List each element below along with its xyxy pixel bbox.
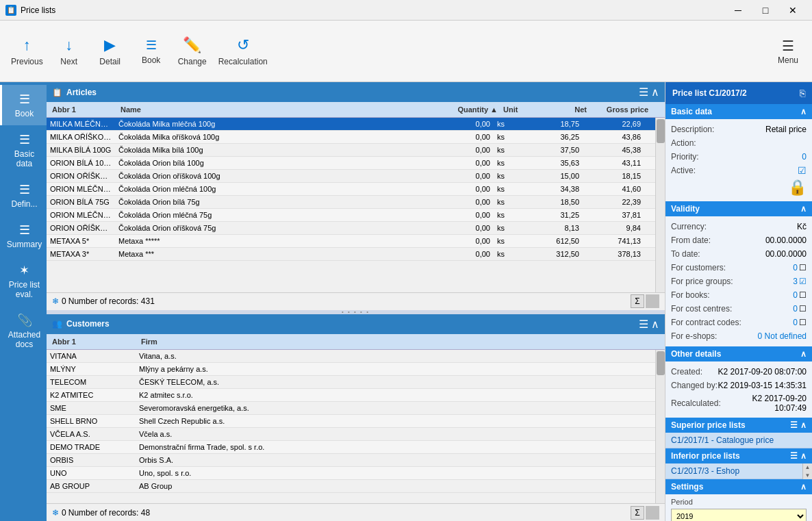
articles-table-row[interactable]: METAXA 3* Metaxa *** 0,00 ks 312,50 378,… [47, 248, 655, 261]
inferior-price-lists-section-header[interactable]: Inferior price lists ☰ ∧ [665, 448, 812, 463]
menu-button[interactable]: ☰ Menu [770, 34, 807, 69]
articles-table-row[interactable]: MILKA MLÉČNÁ 100G Čokoláda Milka mléčná … [47, 118, 655, 131]
next-button[interactable]: ↓ Next [49, 32, 90, 71]
customers-title: 👥 Customers [52, 319, 639, 329]
articles-table-body[interactable]: MILKA MLÉČNÁ 100G Čokoláda Milka mléčná … [47, 118, 655, 292]
sidebar-item-price-list-eval-label: Price list eval. [5, 280, 44, 299]
sidebar-item-attached-docs[interactable]: 📎 Attached docs [0, 306, 47, 356]
period-select[interactable]: 2019 2018 2020 [671, 509, 807, 521]
customers-table-row[interactable]: UNO Uno, spol. s r.o. [47, 467, 655, 480]
articles-cell-qty: 0,00 [439, 170, 494, 182]
sidebar-item-book[interactable]: ☰ Book [0, 85, 47, 125]
sidebar-item-summary[interactable]: ☰ Summary [0, 216, 47, 256]
change-button[interactable]: ✏️ Change [172, 32, 213, 71]
articles-cell-name: Čokoláda Milka oříšková 100g [115, 131, 439, 143]
customers-gray-box [646, 506, 659, 520]
articles-cell-abbr: ORION MLÉČNÁ 75G [47, 209, 115, 221]
articles-cell-name: Čokoláda Orion mléčná 100g [115, 183, 439, 195]
col-scroll-spacer [651, 104, 662, 115]
for-books-row: For books: 0 ☐ [671, 288, 807, 302]
customers-table-row[interactable]: SHELL BRNO Shell Czech Republic a.s. [47, 415, 655, 428]
other-details-section-header[interactable]: Other details ∧ [665, 346, 812, 361]
customers-table-row[interactable]: K2 ATMITEC K2 atmitec s.r.o. [47, 389, 655, 402]
articles-table-row[interactable]: ORION MLÉČNÁ 100G Čokoláda Orion mléčná … [47, 183, 655, 196]
settings-content: Period 2019 2018 2020 [665, 494, 812, 521]
articles-cell-abbr: ORION BÍLÁ 75G [47, 196, 115, 208]
inferior-price-list-item[interactable]: C1/2017/3 - Eshop [665, 463, 802, 479]
right-panel-open-icon[interactable]: ⎘ [800, 88, 805, 99]
validity-section-header[interactable]: Validity ∧ [665, 201, 812, 216]
customers-scroll-thumb [657, 351, 665, 375]
customers-menu-icon[interactable]: ☰ [639, 318, 648, 331]
superior-price-list-item[interactable]: C1/2017/1 - Catalogue price [665, 433, 812, 448]
inferior-menu-icon[interactable]: ☰ [790, 451, 798, 461]
maximize-button[interactable]: □ [752, 0, 779, 21]
articles-cell-qty: 0,00 [439, 196, 494, 208]
superior-menu-icon[interactable]: ☰ [790, 420, 798, 430]
customers-table-row[interactable]: AB GROUP AB Group [47, 480, 655, 493]
detail-button[interactable]: ▶ Detail [90, 32, 131, 71]
customers-sigma-button[interactable]: Σ [631, 506, 644, 520]
sidebar-item-defin[interactable]: ☰ Defin... [0, 175, 47, 216]
customers-cell-abbr: AB GROUP [47, 480, 136, 492]
customers-table-row[interactable]: ORBIS Orbis S.A. [47, 454, 655, 467]
customers-table-row[interactable]: SME Severomoravská energetika, a.s. [47, 402, 655, 415]
articles-sigma-button[interactable]: Σ [631, 294, 644, 308]
articles-table-row[interactable]: MILKA BÍLÁ 100G Čokoláda Milka bílá 100g… [47, 144, 655, 157]
price-list-eval-icon: ✶ [19, 263, 29, 278]
articles-table-row[interactable]: ORION BÍLÁ 75G Čokoláda Orion bílá 75g 0… [47, 196, 655, 209]
description-label: Description: [671, 125, 714, 134]
customers-cell-abbr: UNO [47, 467, 136, 479]
book-button[interactable]: ☰ Book [131, 34, 172, 69]
customers-table-body[interactable]: VITANA Vitana, a.s. MLÝNY Mlýny a pekárn… [47, 350, 655, 503]
articles-table-row[interactable]: ORION BÍLÁ 100G Čokoláda Orion bílá 100g… [47, 157, 655, 170]
customers-table-row[interactable]: DEMO TRADE Demonstrační firma Trade, spo… [47, 441, 655, 454]
customers-table-row[interactable]: VITANA Vitana, a.s. [47, 350, 655, 363]
settings-section-label: Settings [671, 482, 703, 492]
previous-icon: ↑ [23, 36, 31, 54]
articles-scrollbar[interactable] [655, 118, 665, 292]
for-customers-label: For customers: [671, 263, 726, 272]
close-button[interactable]: ✕ [779, 0, 807, 21]
customers-table-row[interactable]: TELECOM ČESKÝ TELECOM, a.s. [47, 376, 655, 389]
inferior-price-lists-label: Inferior price lists [671, 451, 740, 461]
previous-button[interactable]: ↑ Previous [5, 32, 49, 71]
customers-scrollbar[interactable] [655, 350, 665, 503]
settings-section-header[interactable]: Settings ∧ [665, 479, 812, 494]
recalculation-button[interactable]: ↺ Recalculation [213, 32, 273, 71]
for-eshops-label: For e-shops: [671, 331, 717, 341]
inferior-scroll-down[interactable]: ▼ [804, 472, 811, 479]
next-label: Next [60, 57, 77, 66]
basic-data-section-header[interactable]: Basic data ∧ [665, 104, 812, 119]
articles-cell-qty: 0,00 [439, 248, 494, 260]
summary-sidebar-icon: ☰ [19, 223, 30, 238]
articles-cell-unit: ks [494, 222, 528, 234]
customers-collapse-icon[interactable]: ∧ [651, 318, 659, 331]
articles-menu-icon[interactable]: ☰ [639, 86, 648, 99]
inferior-scrollbar[interactable]: ▲ ▼ [802, 463, 812, 479]
for-cost-centres-value: 0 [793, 304, 798, 314]
customers-cell-firm: Shell Czech Republic a.s. [136, 415, 644, 427]
sidebar-item-basic-data[interactable]: ☰ Basicdata [0, 125, 47, 175]
articles-table-row[interactable]: ORION OŘÍŠKOVÁ 75G Čokoláda Orion oříško… [47, 222, 655, 235]
basic-data-collapse-icon: ∧ [800, 107, 807, 116]
articles-table-row[interactable]: METAXA 5* Metaxa ***** 0,00 ks 612,50 74… [47, 235, 655, 248]
articles-collapse-icon[interactable]: ∧ [651, 86, 659, 99]
customers-table-row[interactable]: MLÝNY Mlýny a pekárny a.s. [47, 363, 655, 376]
articles-table-row[interactable]: MILKA OŘÍŠKOVÁ 100G Čokoláda Milka oříšk… [47, 131, 655, 144]
minimize-button[interactable]: ─ [724, 0, 752, 21]
to-date-label: To date: [671, 249, 700, 259]
articles-cell-abbr: METAXA 5* [47, 235, 115, 247]
book-label: Book [142, 55, 160, 65]
articles-cell-unit: ks [494, 209, 528, 221]
inferior-scroll-up[interactable]: ▲ [804, 463, 811, 471]
customers-table-row[interactable]: VČELA A.S. Včela a.s. [47, 428, 655, 441]
superior-price-lists-section-header[interactable]: Superior price lists ☰ ∧ [665, 418, 812, 433]
articles-table-controls: ☰ ∧ [639, 86, 659, 99]
action-row: Action: [671, 136, 807, 150]
articles-table-row[interactable]: ORION OŘÍŠKOVÁ 100G Čokoláda Orion oříšk… [47, 170, 655, 183]
articles-cell-net: 612,50 [528, 235, 583, 247]
articles-table-row[interactable]: ORION MLÉČNÁ 75G Čokoláda Orion mléčná 7… [47, 209, 655, 222]
sidebar-item-price-list-eval[interactable]: ✶ Price list eval. [0, 256, 47, 306]
customers-icon: 👥 [52, 319, 62, 329]
